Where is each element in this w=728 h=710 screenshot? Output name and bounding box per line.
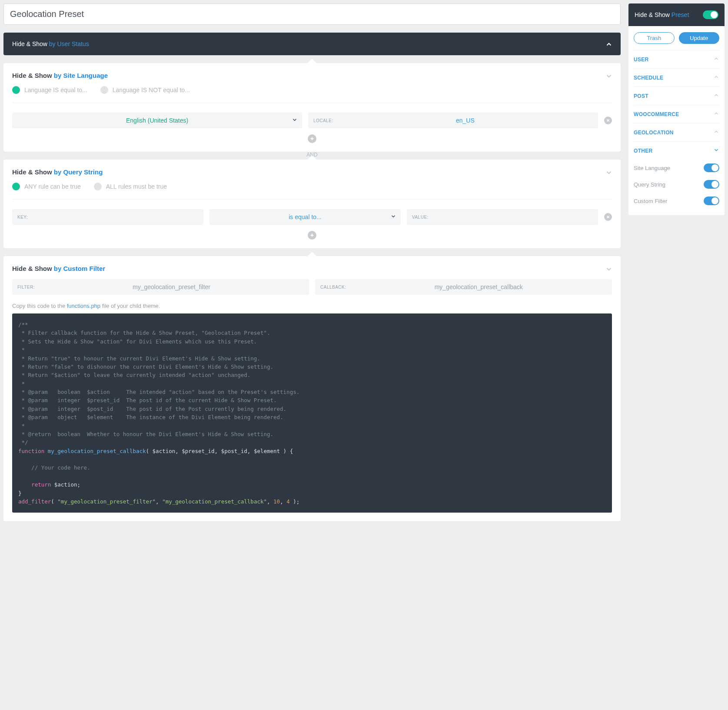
radio-dot-icon	[12, 183, 20, 190]
panel-title-prefix: Hide & Show	[12, 72, 52, 79]
radio-lang-is-equal[interactable]: Language IS equal to...	[12, 86, 87, 94]
radio-dot-icon	[94, 183, 102, 190]
chevron-down-icon	[713, 147, 719, 154]
sidebar-sub-query-string: Query String	[634, 176, 719, 193]
panel-title-prefix: Hide & Show	[12, 40, 47, 47]
chevron-up-icon	[713, 110, 719, 118]
add-rule-icon[interactable]	[308, 231, 316, 240]
chevron-down-icon[interactable]	[605, 265, 612, 272]
query-string-toggle[interactable]	[704, 180, 719, 189]
chevron-up-icon	[713, 74, 719, 81]
value-input[interactable]: VALUE:	[407, 209, 598, 225]
add-rule-icon[interactable]	[308, 134, 316, 143]
locale-field[interactable]: LOCALE: en_US	[308, 113, 598, 128]
radio-lang-not-equal[interactable]: Language IS NOT equal to...	[100, 86, 190, 94]
sidebar-title-prefix: Hide & Show	[635, 11, 670, 18]
chevron-down-icon[interactable]	[605, 72, 612, 79]
language-value: English (United States)	[17, 117, 297, 124]
sidebar-header: Hide & Show Preset	[628, 3, 725, 26]
sidebar-cat-geolocation[interactable]: GEOLOCATION	[634, 123, 719, 141]
chevron-up-icon	[713, 92, 719, 100]
preset-enable-toggle[interactable]	[703, 10, 718, 19]
key-input[interactable]: KEY:	[12, 209, 203, 225]
remove-rule-icon[interactable]	[604, 117, 612, 124]
code-block: /** * Filter callback function for the H…	[12, 313, 612, 513]
chevron-up-icon	[713, 56, 719, 63]
sidebar-sub-custom-filter: Custom Filter	[634, 193, 719, 209]
update-button[interactable]: Update	[679, 32, 720, 44]
sidebar-sub-site-language: Site Language	[634, 160, 719, 176]
panel-title-prefix: Hide & Show	[12, 265, 52, 272]
sidebar-cat-woocommerce[interactable]: WOOCOMMERCE	[634, 105, 719, 123]
trash-button[interactable]: Trash	[634, 32, 675, 44]
radio-dot-icon	[12, 86, 20, 94]
panel-title-suffix: by Query String	[54, 168, 103, 176]
radio-any-rule[interactable]: ANY rule can be true	[12, 183, 81, 190]
site-language-toggle[interactable]	[704, 163, 719, 172]
operator-select[interactable]: is equal to...	[209, 209, 401, 225]
radio-label: ANY rule can be true	[24, 183, 81, 190]
chevron-down-icon	[292, 117, 298, 124]
panel-title-suffix: by Custom Filter	[54, 265, 105, 272]
filter-input[interactable]: FILTER: my_geolocation_preset_filter	[12, 279, 309, 295]
panel-site-language: Hide & Show by Site Language Language IS…	[3, 63, 621, 152]
panel-title-suffix: by User Status	[49, 40, 89, 47]
chevron-down-icon[interactable]	[605, 169, 612, 176]
radio-dot-icon	[100, 86, 108, 94]
radio-label: ALL rules must be true	[106, 183, 167, 190]
radio-all-rules[interactable]: ALL rules must be true	[94, 183, 167, 190]
preset-title-input[interactable]	[3, 3, 621, 25]
panel-query-string: Hide & Show by Query String ANY rule can…	[3, 160, 621, 248]
chevron-up-icon	[605, 40, 612, 47]
panel-custom-filter: Hide & Show by Custom Filter FILTER: my_…	[3, 256, 621, 521]
callback-label: CALLBACK:	[320, 285, 346, 290]
custom-filter-toggle[interactable]	[704, 197, 719, 205]
operator-value: is equal to...	[215, 213, 396, 220]
callback-value: my_geolocation_preset_callback	[351, 283, 607, 290]
panel-title-suffix: by Site Language	[54, 72, 108, 79]
sidebar-cat-other[interactable]: OTHER	[634, 141, 719, 160]
key-label: KEY:	[17, 215, 28, 220]
locale-label: LOCALE:	[313, 118, 333, 123]
filter-value: my_geolocation_preset_filter	[39, 283, 304, 290]
value-label: VALUE:	[412, 215, 429, 220]
language-select[interactable]: English (United States)	[12, 113, 302, 128]
callback-input[interactable]: CALLBACK: my_geolocation_preset_callback	[315, 279, 612, 295]
locale-value: en_US	[338, 117, 593, 124]
sidebar-cat-post[interactable]: POST	[634, 87, 719, 105]
filter-label: FILTER:	[17, 285, 35, 290]
remove-rule-icon[interactable]	[604, 213, 612, 221]
functions-php-link[interactable]: functions.php	[67, 303, 100, 309]
code-hint: Copy this code to the functions.php file…	[12, 303, 612, 309]
panel-title-prefix: Hide & Show	[12, 168, 52, 176]
radio-label: Language IS NOT equal to...	[113, 87, 190, 93]
radio-label: Language IS equal to...	[24, 87, 87, 93]
sidebar-cat-schedule[interactable]: SCHEDULE	[634, 68, 719, 87]
sidebar-title-suffix: Preset	[671, 11, 689, 18]
chevron-down-icon	[390, 213, 396, 221]
panel-user-status[interactable]: Hide & Show by User Status	[3, 33, 621, 55]
sidebar-cat-user[interactable]: USER	[634, 50, 719, 68]
chevron-up-icon	[713, 129, 719, 136]
